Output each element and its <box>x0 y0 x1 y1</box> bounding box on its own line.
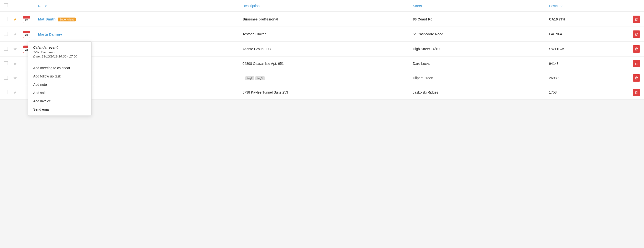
row-checkbox-cell <box>0 71 12 85</box>
tooltip-date-label: Date: <box>33 55 41 58</box>
row-star-cell: ★ <box>12 12 22 27</box>
star-icon[interactable]: ★ <box>13 90 17 95</box>
star-icon[interactable]: ★ <box>13 17 17 22</box>
row-star-cell: ★ <box>12 57 22 71</box>
trash-icon: 🗑 <box>635 17 638 21</box>
row-checkbox[interactable] <box>4 17 8 21</box>
row-name-cell: Mat SmithSuper client <box>34 12 238 27</box>
row-checkbox[interactable] <box>4 32 8 36</box>
star-icon[interactable]: ★ <box>13 32 17 36</box>
row-street-cell: 86 Coast Rd <box>409 12 545 27</box>
row-action-cell: 🗑 <box>627 71 644 85</box>
table-row: ★22Mat SmithSuper clientBussines proffes… <box>0 12 644 27</box>
row-postcode-cell: LA6 9FA <box>545 27 627 42</box>
row-street-cell: Hilpert Green <box>409 71 545 85</box>
delete-button[interactable]: 🗑 <box>633 45 640 53</box>
table-row: ★04808 Ceasar Isle Apt. 651Dare Locks941… <box>0 57 644 71</box>
row-postcode-cell: 94148 <box>545 57 627 71</box>
row-calendar-cell: 22 <box>22 12 34 27</box>
table-row: ★...tag2tag3Hilpert Green26989🗑 <box>0 71 644 85</box>
row-postcode-cell: 26989 <box>545 71 627 85</box>
row-action-cell: 🗑 <box>627 12 644 27</box>
row-tag: tag2 <box>245 76 254 80</box>
tooltip-action-add-follow-up-task[interactable]: Add follow up task <box>28 72 91 80</box>
trash-icon: 🗑 <box>635 32 638 36</box>
row-checkbox[interactable] <box>4 76 8 80</box>
tooltip-actions: Add meeting to calendarAdd follow up tas… <box>28 62 91 114</box>
row-checkbox-cell <box>0 42 12 57</box>
tooltip-date-line: Date: 23/10/2019 16:00 - 17:00 <box>33 55 86 58</box>
table-row: ★23Marta DaimnyTestoria Limited54 Castle… <box>0 27 644 42</box>
delete-button[interactable]: 🗑 <box>633 30 640 38</box>
row-star-cell: ★ <box>12 71 22 85</box>
header-calendar-col <box>22 0 34 12</box>
header-name: Name <box>34 0 238 12</box>
contact-name-link[interactable]: Marta Daimny <box>38 32 62 36</box>
delete-button[interactable]: 🗑 <box>633 15 640 23</box>
row-action-cell: 🗑 <box>627 57 644 71</box>
select-all-checkbox[interactable] <box>4 3 8 7</box>
star-icon[interactable]: ★ <box>13 46 17 51</box>
row-street-cell: High Street 14/100 <box>409 42 545 57</box>
tooltip-title-label: Title: <box>33 50 40 54</box>
row-checkbox-cell <box>0 27 12 42</box>
tooltip-action-add-note[interactable]: Add note <box>28 80 91 89</box>
star-icon[interactable]: ★ <box>13 61 17 66</box>
tooltip-action-add-meeting-to-calendar[interactable]: Add meeting to calendar <box>28 64 91 72</box>
row-action-cell: 🗑 <box>627 42 644 57</box>
header-checkbox-col <box>0 0 12 12</box>
row-action-cell: 🗑 <box>627 27 644 42</box>
table-body: ★22Mat SmithSuper clientBussines proffes… <box>0 12 644 100</box>
trash-icon: 🗑 <box>635 47 638 51</box>
header-star-col <box>12 0 22 12</box>
row-checkbox[interactable] <box>4 47 8 51</box>
row-checkbox[interactable] <box>4 90 8 94</box>
contacts-table: Name Description Street Postcode ★22Mat … <box>0 0 644 100</box>
row-description-cell: 5738 Kaylee Tunnel Suite 253 <box>238 85 409 100</box>
row-tag-prefix: ... <box>242 76 245 80</box>
tooltip-title-line: Title: Car clean <box>33 50 86 54</box>
row-street-cell: Dare Locks <box>409 57 545 71</box>
trash-icon: 🗑 <box>635 90 638 94</box>
table-row: ★5738 Kaylee Tunnel Suite 253Jaskolski R… <box>0 85 644 100</box>
delete-button[interactable]: 🗑 <box>633 89 640 96</box>
tooltip-title-value: Car clean <box>41 50 55 54</box>
row-description-cell: ...tag2tag3 <box>238 71 409 85</box>
tooltip-action-send-email[interactable]: Send email <box>28 105 91 114</box>
star-icon[interactable]: ★ <box>13 76 17 80</box>
tooltip-event-info: Calendar event Title: Car clean Date: 23… <box>28 46 91 62</box>
row-description-cell: Asante Group LLC <box>238 42 409 57</box>
row-name-cell: Marta Daimny <box>34 27 238 42</box>
tooltip-action-add-sale[interactable]: Add sale <box>28 89 91 97</box>
trash-icon: 🗑 <box>635 62 638 66</box>
delete-button[interactable]: 🗑 <box>633 74 640 82</box>
row-checkbox-cell <box>0 57 12 71</box>
row-street-cell: 54 Castledore Road <box>409 27 545 42</box>
delete-button[interactable]: 🗑 <box>633 60 640 67</box>
tooltip-action-add-invoice[interactable]: Add invoice <box>28 97 91 105</box>
row-description-cell: Testoria Limited <box>238 27 409 42</box>
calendar-icon[interactable]: 23 <box>23 31 30 38</box>
row-checkbox-cell <box>0 85 12 100</box>
page-wrapper: Name Description Street Postcode ★22Mat … <box>0 0 644 248</box>
header-street: Street <box>409 0 545 12</box>
trash-icon: 🗑 <box>635 76 638 80</box>
row-star-cell: ★ <box>12 42 22 57</box>
row-postcode-cell: CA10 7TH <box>545 12 627 27</box>
header-actions-col <box>627 0 644 12</box>
row-postcode-cell: SW11BW <box>545 42 627 57</box>
calendar-tooltip-popup: Calendar event Title: Car clean Date: 23… <box>28 41 92 116</box>
tooltip-date-value: 23/10/2019 16:00 - 17:00 <box>42 55 77 58</box>
row-checkbox[interactable] <box>4 61 8 65</box>
table-header-row: Name Description Street Postcode <box>0 0 644 12</box>
calendar-icon[interactable]: 22 <box>23 16 30 23</box>
header-postcode: Postcode <box>545 0 627 12</box>
contacts-table-container: Name Description Street Postcode ★22Mat … <box>0 0 644 100</box>
row-action-cell: 🗑 <box>627 85 644 100</box>
row-checkbox-cell <box>0 12 12 27</box>
contact-name-link[interactable]: Mat Smith <box>38 17 56 21</box>
header-description: Description <box>238 0 409 12</box>
contact-badge: Super client <box>58 17 76 21</box>
row-calendar-cell: 23 <box>22 27 34 42</box>
row-street-cell: Jaskolski Ridges <box>409 85 545 100</box>
